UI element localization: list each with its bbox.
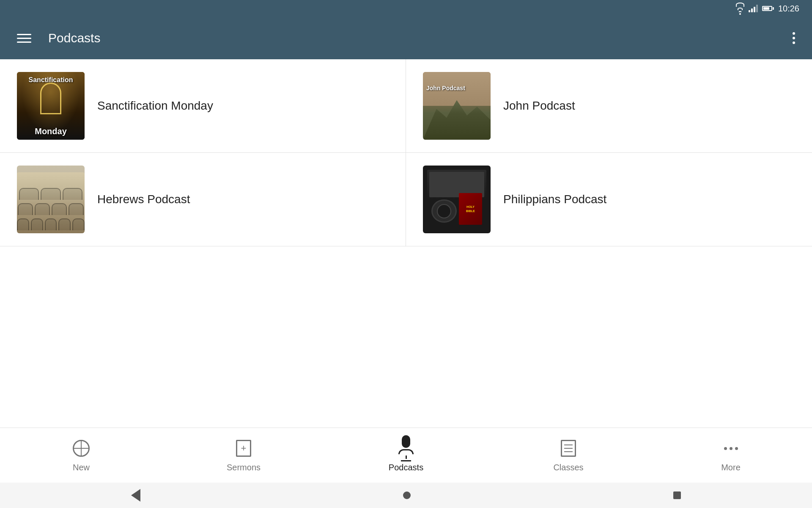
menu-icon[interactable] [17, 34, 31, 43]
book-plus-icon [233, 438, 254, 458]
podcast-grid: Sanctification Monday Sanctification Mon… [0, 59, 812, 246]
nav-item-new[interactable]: New [0, 438, 162, 472]
nav-label-new: New [73, 463, 90, 472]
podcast-item-hebrews-podcast[interactable]: Hebrews Podcast [0, 153, 406, 246]
nav-label-sermons: Sermons [227, 463, 261, 472]
podcast-name-hebrews: Hebrews Podcast [97, 193, 190, 206]
content-area: Sanctification Monday Sanctification Mon… [0, 59, 812, 428]
nav-item-sermons[interactable]: Sermons [162, 438, 325, 472]
more-dots-icon [721, 438, 741, 458]
system-back-button[interactable] [131, 489, 140, 502]
podcast-item-philippians-podcast[interactable]: HOLYBIBLE Philippians Podcast [406, 153, 812, 246]
system-recents-button[interactable] [673, 491, 681, 499]
status-time: 10:26 [778, 4, 799, 14]
podcast-name-philippians: Philippians Podcast [503, 193, 606, 206]
system-nav [0, 483, 812, 508]
nav-label-classes: Classes [553, 463, 583, 472]
podcast-thumb-john: John Podcast [423, 72, 491, 140]
battery-icon [762, 6, 774, 11]
podcast-thumb-sanctification: Sanctification Monday [17, 72, 85, 140]
signal-icon [749, 5, 758, 12]
app-bar: Podcasts [0, 17, 812, 59]
bottom-nav: New Sermons Podcasts Classes [0, 428, 812, 483]
globe-icon [71, 438, 91, 458]
more-options-button[interactable] [793, 32, 795, 44]
podcast-thumb-philippians: HOLYBIBLE [423, 166, 491, 233]
wifi-icon [736, 3, 744, 15]
nav-label-podcasts: Podcasts [389, 463, 423, 472]
mic-icon [396, 438, 416, 458]
nav-item-classes[interactable]: Classes [487, 438, 650, 472]
podcast-name-john: John Podcast [503, 99, 575, 113]
system-home-button[interactable] [403, 491, 411, 499]
podcast-name-sanctification: Sanctification Monday [97, 99, 213, 113]
podcast-item-sanctification-monday[interactable]: Sanctification Monday Sanctification Mon… [0, 59, 406, 153]
document-icon [558, 438, 579, 458]
nav-item-more[interactable]: More [650, 438, 812, 472]
podcast-thumb-hebrews [17, 166, 85, 233]
app-title: Podcasts [48, 31, 776, 45]
status-icons: 10:26 [736, 3, 799, 15]
nav-item-podcasts[interactable]: Podcasts [325, 438, 487, 472]
nav-label-more: More [721, 463, 741, 472]
status-bar: 10:26 [0, 0, 812, 17]
podcast-item-john-podcast[interactable]: John Podcast John Podcast [406, 59, 812, 153]
